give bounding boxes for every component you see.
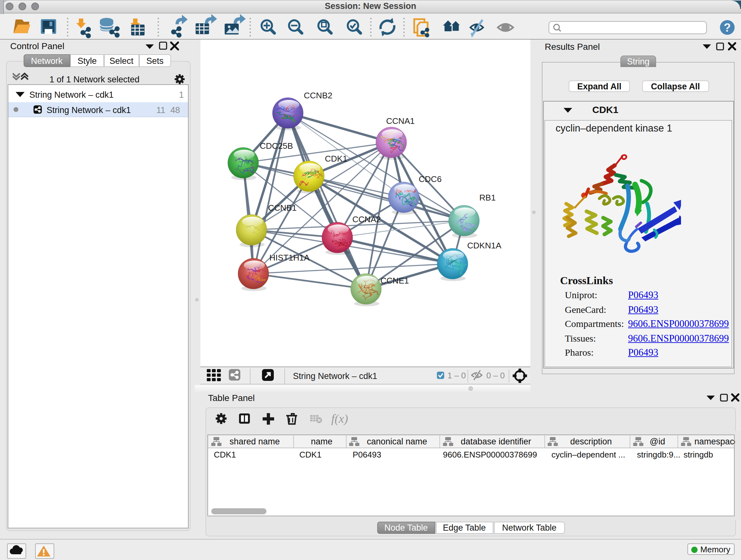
svg-text:CDC6: CDC6 [419,174,442,184]
svg-text:CDK1: CDK1 [299,450,321,459]
svg-text:CDK1: CDK1 [214,450,236,459]
svg-text:?: ? [724,21,731,34]
svg-text:name: name [311,437,333,446]
svg-text:CDC25B: CDC25B [260,141,293,151]
svg-text:CCNA2: CCNA2 [352,214,381,224]
svg-text:namespace: namespace [694,437,739,446]
svg-text:P06493: P06493 [353,450,381,459]
svg-text:description: description [570,437,612,446]
svg-text:CCNB2: CCNB2 [304,91,332,100]
svg-text:1 – 0: 1 – 0 [448,371,466,380]
svg-text:stringdb: stringdb [684,450,713,459]
svg-text:CDK1: CDK1 [325,154,347,164]
svg-text:@id: @id [650,437,665,446]
svg-text:CCNB1: CCNB1 [268,203,296,212]
svg-text:database identifier: database identifier [461,437,531,446]
svg-text:9606.ENSP00000378699: 9606.ENSP00000378699 [443,450,537,459]
svg-text:RB1: RB1 [479,193,495,202]
svg-text:String Network – cdk1: String Network – cdk1 [293,371,377,381]
svg-text:CDKN1A: CDKN1A [467,241,501,250]
svg-text:HIST1H1A: HIST1H1A [269,253,310,262]
svg-text:CCNA1: CCNA1 [386,116,414,126]
svg-text:CCNE1: CCNE1 [381,276,409,286]
svg-text:cyclin–dependent ...: cyclin–dependent ... [551,450,625,459]
svg-text:shared name: shared name [229,437,280,446]
svg-text:canonical name: canonical name [367,437,427,446]
svg-text:stringdb:9...: stringdb:9... [637,450,680,459]
svg-text:0 – 0: 0 – 0 [486,371,505,380]
svg-text:f(x): f(x) [331,412,348,426]
